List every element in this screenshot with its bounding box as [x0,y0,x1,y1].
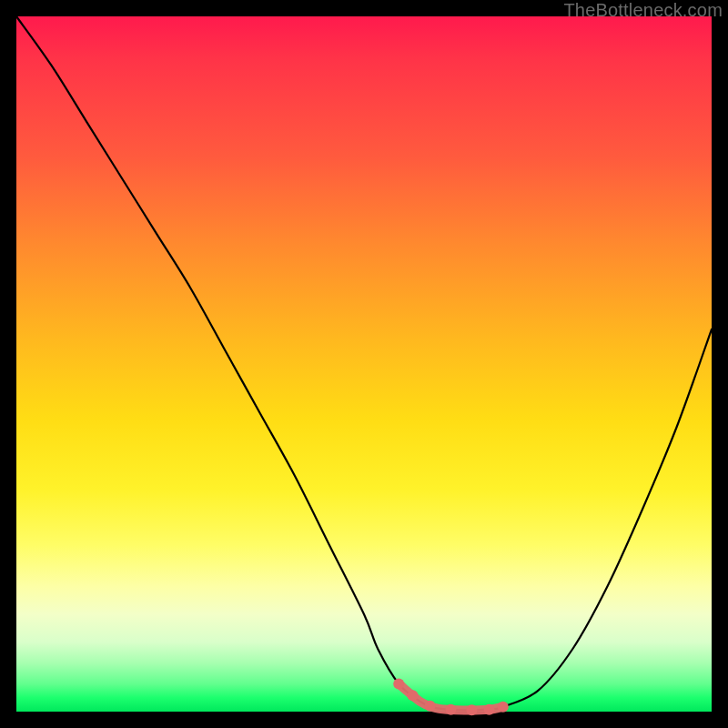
plot-area [16,16,712,712]
highlight-dot [407,690,418,701]
bottleneck-curve [16,16,712,712]
highlight-dot [484,704,495,715]
curve-path [16,16,712,710]
highlight-dots [393,678,509,715]
highlight-dot [425,701,436,712]
highlight-dot [446,704,457,715]
highlight-dot [393,678,404,689]
watermark-text: TheBottleneck.com [563,0,723,21]
highlight-dot [466,704,477,715]
highlight-dot [498,702,509,713]
chart-frame: TheBottleneck.com [0,0,728,728]
